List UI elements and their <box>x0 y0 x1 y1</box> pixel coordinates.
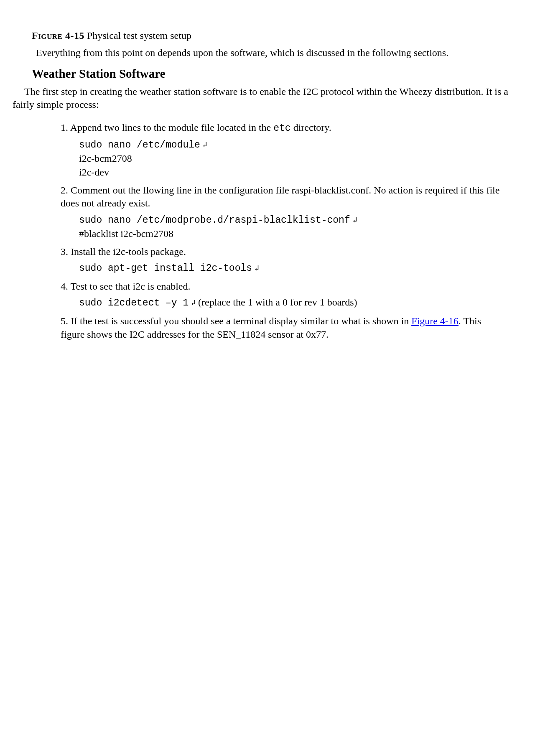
step-5-text: 5. If the test is successful you should … <box>61 315 506 341</box>
step-1: 1. Append two lines to the module file l… <box>61 121 506 179</box>
figure-link[interactable]: Figure 4-16 <box>411 316 459 326</box>
intro-paragraph: Everything from this point on depends up… <box>13 46 522 59</box>
code-line: sudo i2cdetect –y 1 <box>79 298 189 308</box>
step-2: 2. Comment out the flowing line in the c… <box>61 184 506 240</box>
enter-icon: ↲ <box>203 141 207 149</box>
code-line: sudo apt-get install i2c-tools <box>79 263 252 274</box>
step-3: 3. Install the i2c-tools package. sudo a… <box>61 245 506 275</box>
code-line: i2c-bcm2708 <box>79 152 506 165</box>
code-line: #blacklist i2c-bcm2708 <box>79 227 506 240</box>
inline-code-etc: etc <box>273 123 290 134</box>
step-2-text: 2. Comment out the flowing line in the c… <box>61 184 506 210</box>
code-line: i2c-dev <box>79 165 506 179</box>
step-2-code: sudo nano /etc/modprobe.d/raspi-blaclkli… <box>79 213 506 240</box>
step-3-text: 3. Install the i2c-tools package. <box>61 245 506 258</box>
enter-icon: ↲ <box>255 264 259 272</box>
enter-icon: ↲ <box>353 216 357 224</box>
step-1-code: sudo nano /etc/module ↲ i2c-bcm2708 i2c-… <box>79 137 506 179</box>
figure-caption: Figure 4-15 Physical test system setup <box>13 29 522 42</box>
section-heading: Weather Station Software <box>32 66 522 82</box>
step-4-code: sudo i2cdetect –y 1 ↲ (replace the 1 wit… <box>79 295 506 310</box>
step-4-text: 4. Test to see that i2c is enabled. <box>61 280 506 293</box>
step-4: 4. Test to see that i2c is enabled. sudo… <box>61 280 506 310</box>
figure-label: Figure 4-15 <box>32 30 84 41</box>
step-5: 5. If the test is successful you should … <box>61 315 506 341</box>
section-intro: The first step in creating the weather s… <box>13 85 522 111</box>
steps-list: 1. Append two lines to the module file l… <box>61 121 506 341</box>
step-1-text: 1. Append two lines to the module file l… <box>61 121 506 135</box>
step-3-code: sudo apt-get install i2c-tools ↲ <box>79 261 506 275</box>
code-line: sudo nano /etc/module <box>79 140 200 150</box>
figure-caption-text: Physical test system setup <box>87 30 191 41</box>
enter-icon: ↲ <box>191 299 196 307</box>
step-4-parenthetical: (replace the 1 with a 0 for rev 1 boards… <box>198 297 357 308</box>
code-line: sudo nano /etc/modprobe.d/raspi-blaclkli… <box>79 215 350 226</box>
